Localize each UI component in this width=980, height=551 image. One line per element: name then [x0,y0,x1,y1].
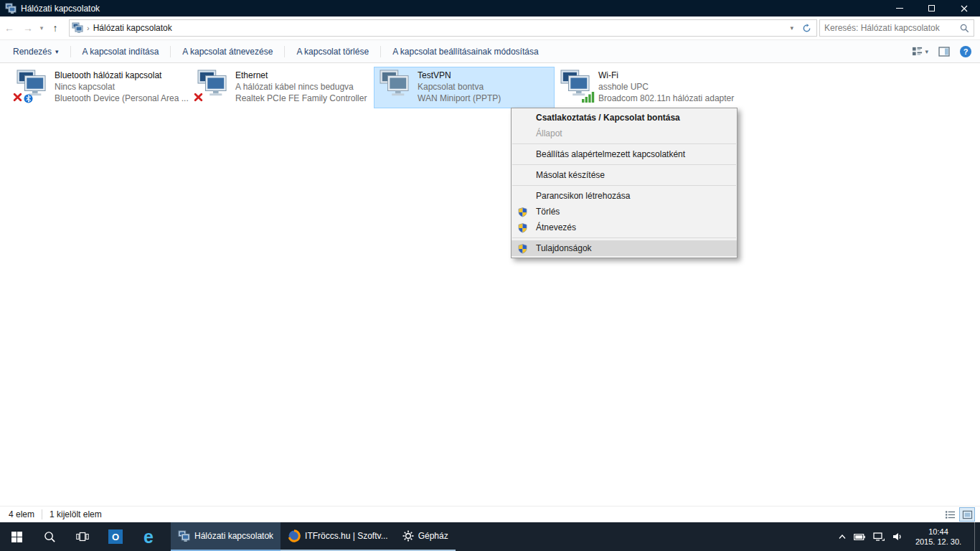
context-menu-item-properties[interactable]: Tulajdonságok [512,240,737,256]
address-dropdown-icon[interactable]: ▾ [785,24,798,32]
rename-connection-command[interactable]: A kapcsolat átnevezése [179,47,275,57]
recent-locations-dropdown[interactable]: ▾ [37,24,46,32]
disconnected-x-icon [13,93,22,104]
up-button[interactable]: ↑ [46,19,65,37]
details-view-button[interactable] [943,508,957,521]
context-menu-item-create-copy[interactable]: Másolat készítése [512,167,737,183]
network-icon[interactable] [873,532,885,541]
connection-name: Bluetooth hálózati kapcsolat [55,70,189,81]
search-placeholder: Keresés: Hálózati kapcsolatok [824,23,960,33]
context-menu-item-delete[interactable]: Törlés [512,204,737,220]
change-connection-settings-command[interactable]: A kapcsolat beállításainak módosítása [390,47,541,57]
start-button[interactable] [0,522,33,551]
taskbar-app-settings[interactable]: Gépház [395,522,456,551]
connection-bluetooth[interactable]: Bluetooth hálózati kapcsolat Nincs kapcs… [11,67,191,108]
hidden-icons-chevron-icon[interactable] [839,534,846,540]
change-view-button[interactable]: ▾ [912,46,928,57]
battery-icon[interactable] [854,534,865,540]
rename-connection-label: A kapcsolat átnevezése [182,47,273,57]
uac-shield-icon [518,222,527,238]
show-desktop-button[interactable] [974,522,979,551]
connection-status: A hálózati kábel nincs bedugva [235,81,367,93]
connection-name: TestVPN [418,70,501,81]
connection-testvpn[interactable]: TestVPN Kapcsolat bontva WAN Miniport (P… [374,67,554,108]
connection-device: Bluetooth Device (Personal Area ... [55,93,189,104]
uac-shield-icon [518,243,527,259]
network-connections-app-icon [5,3,17,14]
connection-status: Nincs kapcsolat [55,81,189,93]
organize-menu-button[interactable]: Rendezés ▾ [10,47,62,57]
taskbar-app-network-connections[interactable]: Hálózati kapcsolatok [171,522,281,551]
menu-separator [512,185,736,186]
outlook-icon: O [108,529,123,544]
task-view-button[interactable] [66,522,99,551]
view-grid-icon [912,46,923,57]
firefox-icon [288,529,301,542]
connection-name: Ethernet [235,70,367,81]
gear-icon [402,530,414,542]
connection-ethernet[interactable]: Ethernet A hálózati kábel nincs bedugva … [192,67,372,108]
folder-view: Bluetooth hálózati kapcsolat Nincs kapcs… [0,63,980,506]
breadcrumb-chevron-icon[interactable]: › [83,24,93,32]
taskbar-app-firefox[interactable]: ITFröccs.hu | Szoftv... [281,522,395,551]
outlook-taskbar-button[interactable]: O [99,522,132,551]
context-menu-item-set-default[interactable]: Beállítás alapértelmezett kapcsolatként [512,146,737,162]
context-menu-item-connect-disconnect[interactable]: Csatlakoztatás / Kapcsolat bontása [512,110,737,126]
change-connection-settings-label: A kapcsolat beállításainak módosítása [392,47,538,57]
minimize-icon [896,8,903,9]
command-separator [170,46,171,57]
taskbar-search-button[interactable] [33,522,66,551]
connection-device: Broadcom 802.11n hálózati adapter [598,93,734,104]
help-button[interactable]: ? [960,46,971,57]
window-title: Hálózati kapcsolatok [21,4,100,14]
status-bar: 4 elem 1 kijelölt elem [0,506,980,522]
back-button[interactable]: ← [0,19,19,37]
refresh-icon [802,24,811,33]
menu-separator [512,143,736,144]
breadcrumb[interactable]: Hálózati kapcsolatok [93,23,172,33]
selected-count: 1 kijelölt elem [50,509,102,519]
task-view-icon [76,532,89,542]
edge-taskbar-button[interactable]: e [132,522,165,551]
taskbar-clock[interactable]: 10:44 2015. 12. 30. [915,527,962,547]
start-connection-command[interactable]: A kapcsolat indítása [80,47,162,57]
connection-status: Kapcsolat bontva [418,81,501,93]
address-location-icon [72,22,83,34]
volume-icon[interactable] [892,532,903,541]
preview-pane-button[interactable] [938,47,950,57]
context-menu: Csatlakoztatás / Kapcsolat bontása Állap… [511,108,738,258]
delete-connection-command[interactable]: A kapcsolat törlése [293,47,372,57]
address-bar[interactable]: › Hálózati kapcsolatok ▾ [69,19,817,37]
taskbar-app-label: ITFröccs.hu | Szoftv... [305,531,388,541]
context-menu-item-create-shortcut[interactable]: Parancsikon létrehozása [512,188,737,204]
vpn-connection-icon [378,70,415,105]
search-icon [44,531,56,543]
clock-time: 10:44 [915,527,962,537]
ethernet-connection-icon [196,70,233,105]
taskbar-app-label: Hálózati kapcsolatok [194,531,273,541]
refresh-button[interactable] [798,24,814,33]
caret-down-icon: ▾ [55,48,59,55]
command-separator [284,46,285,57]
connection-wifi[interactable]: Wi-Fi asshole UPC Broadcom 802.11n hálóz… [555,67,735,108]
context-menu-item-status: Állapot [512,126,737,141]
large-icons-view-button[interactable] [960,508,974,521]
search-icon[interactable] [960,24,969,33]
minimize-button[interactable] [883,0,915,17]
connection-name: Wi-Fi [598,70,734,81]
menu-item-label: Átnevezés [536,222,576,232]
connection-device: Realtek PCIe FE Family Controller [235,93,367,104]
close-button[interactable] [948,0,980,17]
context-menu-item-rename[interactable]: Átnevezés [512,220,737,235]
forward-button[interactable]: → [19,19,37,37]
search-box[interactable]: Keresés: Hálózati kapcsolatok [819,19,974,37]
command-separator [380,46,381,57]
maximize-icon [928,5,935,11]
navigation-bar: ← → ▾ ↑ › Hálózati kapcsolatok ▾ Keresés… [0,17,980,40]
menu-separator [512,164,736,165]
bluetooth-badge-icon [24,94,33,105]
clock-date: 2015. 12. 30. [915,537,962,547]
maximize-button[interactable] [915,0,948,17]
wifi-connection-icon [559,70,596,105]
window-titlebar: Hálózati kapcsolatok [0,0,980,17]
